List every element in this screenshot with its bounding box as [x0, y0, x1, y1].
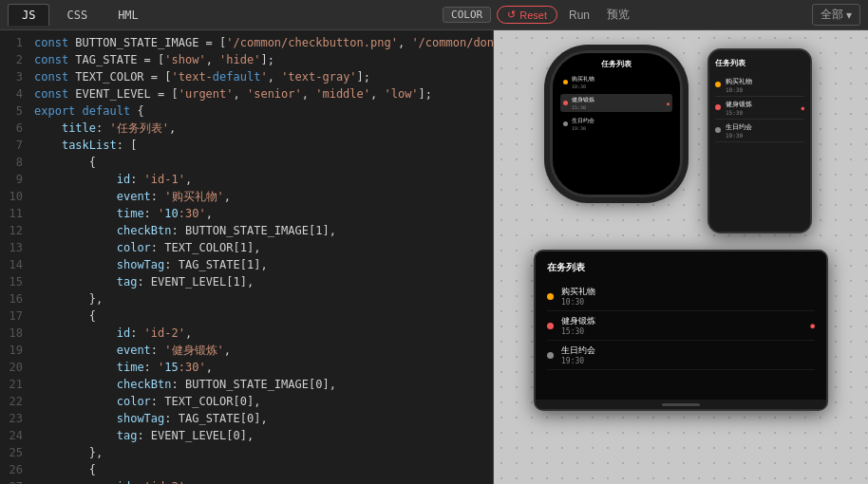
- line-number-1: 1: [0, 34, 34, 51]
- watch-item-text-1: 购买礼物 10:30: [572, 75, 670, 89]
- line-content-2: const TAG_STATE = ['show', 'hide'];: [34, 51, 493, 68]
- line-number-15: 15: [0, 273, 34, 290]
- tv-item-name-1: 购买礼物: [561, 286, 815, 298]
- code-line-11: 11 time: '10:30',: [0, 205, 493, 222]
- code-line-5: 5export default {: [0, 102, 493, 120]
- code-line-9: 9 id: 'id-1',: [0, 171, 493, 188]
- watch-item-name-3: 生日约会: [572, 117, 670, 125]
- line-number-18: 18: [0, 325, 34, 342]
- code-line-18: 18 id: 'id-2',: [0, 325, 493, 342]
- watch-dot-1: [563, 80, 568, 84]
- line-number-5: 5: [0, 102, 34, 120]
- watch-item-time-1: 10:30: [572, 84, 670, 89]
- line-content-14: showTag: TAG_STATE[1],: [34, 256, 493, 273]
- line-number-13: 13: [0, 239, 34, 256]
- watch-item-text-3: 生日约会 19:30: [572, 117, 670, 131]
- code-line-19: 19 event: '健身锻炼',: [0, 342, 493, 359]
- tv-item-time-1: 10:30: [561, 298, 815, 307]
- line-number-2: 2: [0, 51, 34, 68]
- tv-item-1: 购买礼物 10:30: [547, 282, 815, 311]
- line-number-25: 25: [0, 444, 34, 461]
- line-number-27: 27: [0, 478, 34, 484]
- line-number-10: 10: [0, 188, 34, 205]
- watch-item-1: 购买礼物 10:30: [560, 73, 672, 91]
- tab-js[interactable]: JS: [8, 4, 49, 26]
- preview-button[interactable]: 预览: [601, 5, 635, 25]
- watch-dot-3: [563, 121, 568, 126]
- tv-screen: 在务列表 购买礼物 10:30 健身锻炼 15:30: [536, 251, 826, 400]
- line-content-18: id: 'id-2',: [34, 325, 493, 342]
- line-content-8: {: [34, 154, 493, 171]
- line-content-16: },: [34, 290, 493, 307]
- tv-dot-3: [547, 352, 554, 359]
- watch-preview: 任务列表 购买礼物 10:30 健身锻炼 1: [545, 46, 688, 202]
- tv-title: 在务列表: [547, 261, 815, 274]
- line-number-22: 22: [0, 393, 34, 410]
- color-label: COLOR: [443, 7, 491, 23]
- phone-item-name-1: 购买礼物: [726, 77, 804, 86]
- watch-item-2: 健身锻炼 15:30 ●: [560, 94, 672, 112]
- phone-title: 任务列表: [715, 58, 804, 68]
- phone-body: 任务列表 购买礼物 10:30 健身锻炼 1: [708, 48, 812, 233]
- watch-screen: 任务列表 购买礼物 10:30 健身锻炼 1: [553, 53, 680, 195]
- watch-item-text-2: 健身锻炼 15:30: [572, 96, 667, 110]
- line-content-15: tag: EVENT_LEVEL[1],: [34, 273, 493, 290]
- tv-bottom-bar: [536, 400, 826, 409]
- tv-item-info-3: 生日约会 19:30: [561, 344, 815, 365]
- tab-css[interactable]: CSS: [53, 5, 101, 26]
- line-content-4: const EVENT_LEVEL = ['urgent', 'senior',…: [34, 85, 493, 102]
- all-button[interactable]: 全部 ▾: [812, 4, 860, 26]
- code-line-2: 2const TAG_STATE = ['show', 'hide'];: [0, 51, 493, 68]
- line-number-7: 7: [0, 137, 34, 154]
- line-content-5: export default {: [34, 102, 493, 120]
- line-number-3: 3: [0, 68, 34, 85]
- line-number-9: 9: [0, 171, 34, 188]
- phone-item-2: 健身锻炼 15:30 ●: [715, 97, 804, 120]
- tv-item-3: 生日约会 19:30: [547, 341, 815, 370]
- tv-indicator: [662, 403, 700, 406]
- code-line-8: 8 {: [0, 154, 493, 171]
- tv-preview: 在务列表 购买礼物 10:30 健身锻炼 15:30: [529, 245, 833, 416]
- tab-hml[interactable]: HML: [104, 5, 152, 26]
- phone-item-tag-2: ●: [801, 104, 804, 111]
- line-content-1: const BUTTON_STATE_IMAGE = ['/common/che…: [34, 34, 494, 51]
- line-content-25: },: [34, 444, 493, 461]
- tv-item-2: 健身锻炼 15:30 ●: [547, 311, 815, 341]
- tv-dot-1: [547, 293, 554, 300]
- chevron-down-icon: ▾: [846, 9, 852, 22]
- run-button[interactable]: Run: [563, 7, 595, 24]
- line-content-19: event: '健身锻炼',: [34, 342, 493, 359]
- code-line-10: 10 event: '购买礼物',: [0, 188, 493, 205]
- preview-panel: 任务列表 购买礼物 10:30 健身锻炼 1: [494, 30, 868, 484]
- line-number-12: 12: [0, 222, 34, 239]
- tv-dot-2: [547, 323, 554, 329]
- line-content-24: tag: EVENT_LEVEL[0],: [34, 427, 493, 444]
- code-line-22: 22 color: TEXT_COLOR[0],: [0, 393, 493, 410]
- watch-item-time-3: 19:30: [572, 125, 670, 131]
- code-line-15: 15 tag: EVENT_LEVEL[1],: [0, 273, 493, 290]
- phone-item-name-2: 健身锻炼: [726, 100, 801, 109]
- code-line-1: 1const BUTTON_STATE_IMAGE = ['/common/ch…: [0, 34, 493, 51]
- code-line-27: 27 id: 'id-3',: [0, 478, 493, 484]
- phone-item-info-3: 生日约会 19:30: [726, 122, 804, 139]
- code-line-6: 6 title: '任务列表',: [0, 120, 493, 137]
- line-content-13: color: TEXT_COLOR[1],: [34, 239, 493, 256]
- line-content-3: const TEXT_COLOR = ['text-default', 'tex…: [34, 68, 493, 85]
- line-number-19: 19: [0, 342, 34, 359]
- code-line-13: 13 color: TEXT_COLOR[1],: [0, 239, 493, 256]
- phone-dot-1: [715, 82, 721, 87]
- line-number-17: 17: [0, 307, 34, 325]
- watch-item-3: 生日约会 19:30: [560, 115, 672, 133]
- code-line-4: 4const EVENT_LEVEL = ['urgent', 'senior'…: [0, 85, 493, 102]
- code-editor[interactable]: 1const BUTTON_STATE_IMAGE = ['/common/ch…: [0, 30, 494, 484]
- code-line-26: 26 {: [0, 461, 493, 478]
- phone-item-1: 购买礼物 10:30: [715, 74, 804, 97]
- phone-item-3: 生日约会 19:30: [715, 120, 804, 142]
- line-content-17: {: [34, 307, 493, 325]
- reset-button[interactable]: ↺ Reset: [497, 6, 557, 24]
- watch-title: 任务列表: [560, 59, 672, 69]
- phone-item-info-1: 购买礼物 10:30: [726, 77, 804, 93]
- tv-item-time-2: 15:30: [561, 327, 810, 336]
- line-content-23: showTag: TAG_STATE[0],: [34, 410, 493, 427]
- watch-item-name-1: 购买礼物: [572, 75, 670, 84]
